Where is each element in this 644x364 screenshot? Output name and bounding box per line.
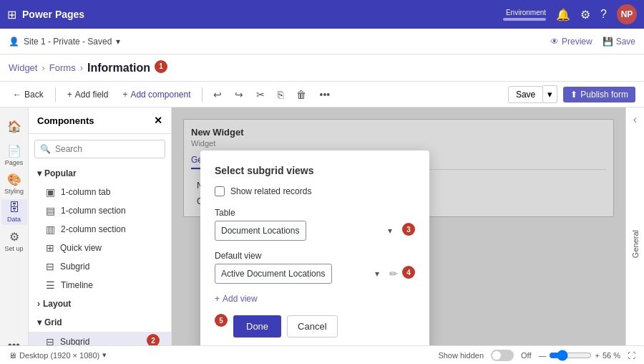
desktop-chevron: ▾ [102,350,107,360]
done-button[interactable]: Done [233,315,281,337]
save-arrow-button[interactable]: ▾ [543,85,557,103]
zoom-control: — + 56 % [538,350,620,361]
collapse-icon[interactable]: ‹ [633,113,637,126]
data-label: Data [7,216,21,223]
add-view-icon: + [215,294,220,304]
save-icon: 💾 [602,37,613,47]
redo-button[interactable]: ↪ [231,87,247,102]
setup-icon: ⚙ [9,230,19,244]
bell-icon[interactable]: 🔔 [556,8,570,21]
avatar[interactable]: NP [617,4,637,24]
publish-label: Publish form [580,90,628,100]
status-right: Show hidden Off — + 56 % ⛶ [438,350,635,361]
component-subgrid-popular[interactable]: ⊟ Subgrid [29,257,171,276]
show-related-checkbox[interactable] [215,186,225,196]
publish-button[interactable]: ⬆ Publish form [563,87,635,102]
nav-pages[interactable]: 📄 Pages [1,142,27,168]
popular-label: Popular [44,168,77,178]
site-icon: 👤 [9,37,19,47]
toolbar-divider-2 [202,87,203,102]
breadcrumb-widget[interactable]: Widget [9,62,37,73]
search-input[interactable] [34,140,165,158]
table-label: Table [215,208,415,218]
cancel-button[interactable]: Cancel [287,315,337,337]
setup-label: Set up [4,245,23,252]
edit-icon[interactable]: ✏ [389,268,398,279]
cut-button[interactable]: ✂ [253,87,268,102]
back-label: Back [24,90,44,100]
help-icon[interactable]: ? [600,8,607,21]
layout-label: Layout [43,299,71,309]
data-icon: 🗄 [9,201,20,214]
home-icon: 🏠 [7,120,21,133]
save-button-top[interactable]: 💾 Save [602,37,635,47]
quick-view-icon: ⊞ [46,242,54,254]
save-main-button[interactable]: Save [508,86,543,103]
zoom-value: 56 % [602,351,620,360]
add-component-icon: + [122,90,127,100]
step-badge-3: 3 [402,223,415,236]
comp-1col-tab-label: 1-column tab [61,187,110,197]
breadcrumb-current: Information [87,62,150,75]
breadcrumb-sep1: › [42,62,44,73]
show-hidden-toggle[interactable] [491,350,514,361]
delete-button[interactable]: 🗑 [293,87,310,102]
publish-icon: ⬆ [570,90,577,100]
nav-setup[interactable]: ⚙ Set up [1,228,27,254]
back-button[interactable]: ← Back [9,87,48,102]
component-timeline[interactable]: ☰ Timeline [29,276,171,294]
grid-section[interactable]: ▾ Grid [29,313,171,332]
add-view-label: Add view [223,294,258,304]
search-icon: 🔍 [40,144,51,154]
toolbar: ← Back + Add field + Add component ↩ ↪ ✂… [0,82,644,107]
table-select[interactable]: Document Locations [215,221,306,241]
show-related-row: Show related records [215,186,415,196]
default-view-select[interactable]: Active Document Locations [215,264,332,284]
save-dropdown: Save ▾ [508,85,557,103]
status-left: 🖥 Desktop (1920 × 1080) ▾ [9,350,107,360]
add-field-label: Add field [75,90,109,100]
right-panel[interactable]: ‹ General [625,107,644,364]
breadcrumb-forms[interactable]: Forms [49,62,76,73]
undo-button[interactable]: ↩ [210,87,225,102]
grid-label: Grid [44,317,62,327]
add-field-button[interactable]: + Add field [63,87,113,102]
component-quick-view[interactable]: ⊞ Quick view [29,239,171,257]
step-badge-1: 1 [155,60,167,73]
preview-button[interactable]: 👁 Preview [550,37,592,47]
zoom-plus[interactable]: + [595,351,599,360]
dialog-overlay: Select subgrid views Show related record… [172,107,625,364]
step-badge-4: 4 [402,266,415,279]
comp-1col-section-label: 1-column section [61,206,126,216]
panel-header: Components ✕ [29,107,171,134]
settings-icon[interactable]: ⚙ [580,8,590,21]
add-component-button[interactable]: + Add component [118,87,195,102]
more-button[interactable]: ••• [316,87,333,102]
popular-section[interactable]: ▾ Popular [29,164,171,183]
styling-label: Styling [4,188,24,195]
default-view-select-row: Active Document Locations ✏ 4 [215,264,415,284]
layout-section[interactable]: › Layout [29,294,171,313]
copy-button[interactable]: ⎘ [274,87,287,102]
add-view-button[interactable]: + Add view [215,294,415,304]
status-bar: 🖥 Desktop (1920 × 1080) ▾ Show hidden Of… [0,345,644,364]
site-info: 👤 Site 1 - Private - Saved ▾ [9,37,120,47]
component-1col-section[interactable]: ▤ 1-column section [29,201,171,220]
component-2col-section[interactable]: ▥ 2-column section [29,220,171,239]
nav-styling[interactable]: 🎨 Styling [1,171,27,196]
component-1col-tab[interactable]: ▣ 1-column tab [29,183,171,201]
zoom-slider[interactable] [549,350,592,361]
nav-home[interactable]: 🏠 [1,113,27,139]
table-select-row: Document Locations 3 [215,221,415,241]
close-icon[interactable]: ✕ [154,115,162,126]
zoom-minus[interactable]: — [538,351,546,360]
preview-label: Preview [562,37,592,47]
app-title: Power Pages [22,9,84,20]
fullscreen-icon[interactable]: ⛶ [628,351,635,360]
secondary-bar: 👤 Site 1 - Private - Saved ▾ 👁 Preview 💾… [0,29,644,54]
toggle-thumb [492,351,501,360]
show-hidden-label: Show hidden [438,351,484,360]
pages-label: Pages [5,159,24,166]
nav-data[interactable]: 🗄 Data [1,199,27,225]
canvas-area: New Widget Widget General Related ▾ Name… [172,107,625,364]
